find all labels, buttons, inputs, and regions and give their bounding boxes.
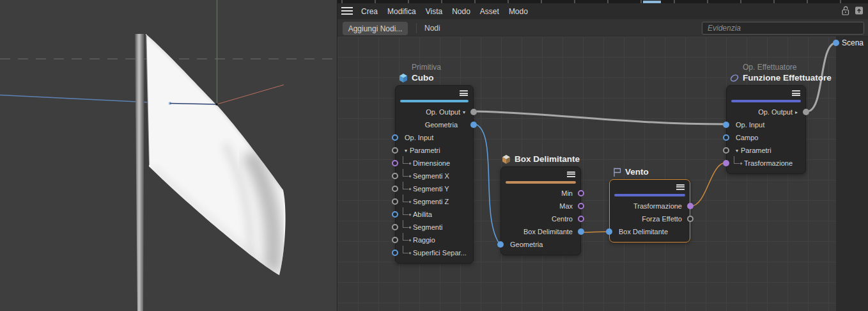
menu-item-crea[interactable]: Crea xyxy=(361,7,378,16)
node-category: Primitiva xyxy=(412,63,441,72)
port-geometria-in[interactable]: Geometria xyxy=(501,238,580,251)
port-dot[interactable] xyxy=(497,241,504,248)
viewport-render xyxy=(0,0,337,311)
node-toolbar: Aggiungi Nodi... Nodi xyxy=(337,19,868,36)
port-dot[interactable] xyxy=(687,203,694,209)
lock-icon[interactable] xyxy=(841,5,851,16)
port-dot[interactable] xyxy=(578,203,584,209)
port-trasformazione-in[interactable]: Trasformazione xyxy=(727,157,805,170)
port-dot[interactable] xyxy=(470,122,477,128)
3d-viewport[interactable] xyxy=(0,0,337,311)
port-dot[interactable] xyxy=(470,109,477,115)
port-segmenti-x[interactable]: Segmenti X xyxy=(396,170,473,182)
scene-output-port[interactable] xyxy=(833,40,839,46)
tab-nodi[interactable]: Nodi xyxy=(424,19,440,36)
node-title: Funzione Effettuatore xyxy=(729,72,832,83)
port-dot[interactable] xyxy=(392,160,398,166)
port-raggio[interactable]: Raggio xyxy=(396,234,473,246)
menu-item-vista[interactable]: Vista xyxy=(426,7,442,16)
node-box-delimitante[interactable]: Box Delimitante Min Max Centro xyxy=(500,166,581,255)
node-editor-panel: Crea Modifica Vista Nodo Asset Modo xyxy=(337,0,868,311)
wire-geometria[interactable] xyxy=(476,124,500,245)
port-parametri[interactable]: ▾Parametri xyxy=(396,144,473,157)
port-dot[interactable] xyxy=(392,147,398,154)
flag-icon xyxy=(612,167,622,177)
node-vento[interactable]: Vento Trasformazione Forza Effetto B xyxy=(609,179,690,243)
node-accent-bar xyxy=(506,181,576,184)
port-geometria-out[interactable]: Geometria xyxy=(396,118,473,131)
flag-pole xyxy=(135,34,144,311)
menu-item-nodo[interactable]: Nodo xyxy=(452,7,470,16)
port-dot[interactable] xyxy=(392,134,398,141)
port-min[interactable]: Min xyxy=(501,187,580,200)
x-axis-line xyxy=(217,85,284,105)
undock-icon[interactable] xyxy=(854,5,864,16)
port-segmenti[interactable]: Segmenti xyxy=(396,221,473,234)
port-forza-effetto[interactable]: Forza Effetto xyxy=(610,212,690,225)
port-dot[interactable] xyxy=(723,160,729,166)
port-dot[interactable] xyxy=(723,134,729,141)
port-op-output[interactable]: Op. Output▸ xyxy=(727,106,805,118)
port-parametri[interactable]: ▾Parametri xyxy=(727,144,805,157)
port-box-delimitante-in[interactable]: Box Delimitante xyxy=(610,225,690,238)
node-title: Box Delimitante xyxy=(501,154,580,164)
port-dot[interactable] xyxy=(578,216,584,222)
port-dot[interactable] xyxy=(392,186,398,192)
port-segmenti-y[interactable]: Segmenti Y xyxy=(396,182,473,195)
port-op-input[interactable]: Op. Input xyxy=(396,131,473,144)
menu-item-modo[interactable]: Modo xyxy=(509,7,528,16)
node-menu-icon[interactable] xyxy=(792,90,800,97)
cube-icon xyxy=(398,73,408,83)
wire-cubo-to-effettuatore[interactable] xyxy=(474,111,725,124)
wire-vento-to-trasformazione[interactable] xyxy=(691,163,726,206)
node-menu-icon[interactable] xyxy=(460,90,468,97)
flag-cloth xyxy=(146,34,286,275)
port-dot[interactable] xyxy=(392,198,398,205)
menu-item-asset[interactable]: Asset xyxy=(480,7,499,16)
port-dot[interactable] xyxy=(392,173,398,179)
node-menu-icon[interactable] xyxy=(567,171,575,178)
port-abilita[interactable]: Abilita xyxy=(396,208,473,221)
toolbar-separator xyxy=(416,23,417,33)
hamburger-menu-icon[interactable] xyxy=(341,7,353,15)
port-dot[interactable] xyxy=(392,250,398,256)
add-nodes-button[interactable]: Aggiungi Nodi... xyxy=(343,22,408,35)
port-dot[interactable] xyxy=(803,109,809,115)
port-dot[interactable] xyxy=(392,211,398,218)
port-centro[interactable]: Centro xyxy=(501,212,580,225)
node-funzione-effettuatore[interactable]: Op. Effettuatore Funzione Effettuatore O… xyxy=(726,85,806,174)
port-campo[interactable]: Campo xyxy=(727,131,805,144)
port-superfici-separate[interactable]: Superfici Separ... xyxy=(396,246,473,259)
scene-port-label: Scena xyxy=(842,38,864,47)
node-graph-canvas[interactable]: Primitiva Cubo Op. Output▾ xyxy=(337,36,868,311)
port-segmenti-z[interactable]: Segmenti Z xyxy=(396,195,473,208)
port-dot[interactable] xyxy=(578,190,584,196)
port-box-delimitante-out[interactable]: Box Delimitante xyxy=(501,225,580,238)
node-cubo[interactable]: Primitiva Cubo Op. Output▾ xyxy=(395,85,474,264)
scene-dock-band xyxy=(836,36,868,311)
node-title: Cubo xyxy=(398,72,441,83)
highlight-search-input[interactable] xyxy=(702,22,864,35)
port-dot[interactable] xyxy=(723,147,729,154)
port-op-input[interactable]: Op. Input xyxy=(727,118,805,131)
application-window: Crea Modifica Vista Nodo Asset Modo xyxy=(0,0,868,311)
node-category: Op. Effettuatore xyxy=(743,63,832,72)
wire-box-to-vento[interactable] xyxy=(582,232,608,232)
port-dot[interactable] xyxy=(687,216,694,222)
node-accent-bar xyxy=(400,100,469,102)
menu-items: Crea Modifica Vista Nodo Asset Modo xyxy=(361,7,528,16)
port-dot[interactable] xyxy=(392,237,398,243)
port-max[interactable]: Max xyxy=(501,200,580,212)
port-dot[interactable] xyxy=(578,228,584,235)
node-accent-bar xyxy=(731,100,801,102)
node-menu-icon[interactable] xyxy=(676,184,685,191)
port-dot[interactable] xyxy=(606,228,612,235)
port-trasformazione-out[interactable]: Trasformazione xyxy=(610,200,690,212)
menu-item-modifica[interactable]: Modifica xyxy=(387,7,416,16)
port-dot[interactable] xyxy=(392,224,398,230)
port-dimensione[interactable]: Dimensione xyxy=(396,157,473,170)
port-op-output[interactable]: Op. Output▾ xyxy=(396,106,473,118)
bounding-box-icon xyxy=(501,154,511,164)
z-axis-line xyxy=(0,95,170,104)
port-dot[interactable] xyxy=(723,122,729,128)
